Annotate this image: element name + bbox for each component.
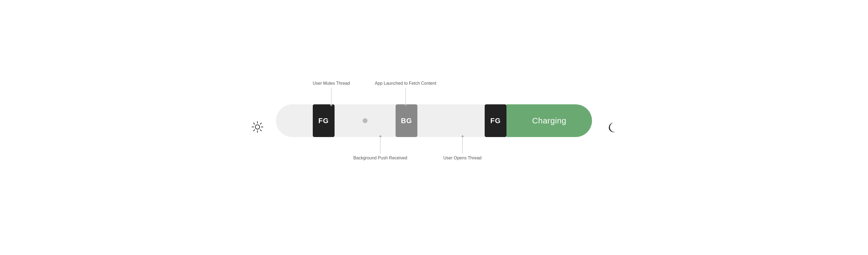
annotation-user-mutes: User Mutes Thread — [313, 81, 350, 104]
svg-line-7 — [260, 123, 261, 124]
svg-point-0 — [255, 125, 260, 129]
segment-bg: BG — [396, 104, 417, 137]
moon-icon — [606, 121, 617, 134]
diagram-container: FG BG FG Charging — [243, 66, 625, 189]
charging-label: Charging — [532, 116, 566, 125]
mid-dot — [363, 118, 368, 123]
annotation-user-opens: User Opens Thread — [443, 137, 482, 160]
svg-line-6 — [260, 130, 261, 131]
bg-label: BG — [401, 117, 412, 125]
segment-fg2: FG — [485, 104, 506, 137]
annotation-bg-push: Background Push Received — [353, 137, 407, 160]
segment-mid-space — [335, 118, 396, 123]
fg1-label: FG — [318, 117, 329, 125]
annotation-app-launched: App Launched to Fetch Content — [375, 81, 436, 104]
user-mutes-label: User Mutes Thread — [313, 81, 350, 86]
user-opens-label: User Opens Thread — [443, 156, 482, 160]
timeline-wrapper: FG BG FG Charging — [276, 104, 592, 137]
svg-line-5 — [254, 123, 255, 124]
app-launched-arrow — [405, 88, 406, 104]
sun-icon — [251, 121, 264, 134]
user-opens-arrow — [462, 137, 463, 153]
segment-charging: Charging — [506, 104, 592, 137]
user-mutes-arrow — [331, 88, 332, 104]
app-launched-label: App Launched to Fetch Content — [375, 81, 436, 86]
svg-line-8 — [254, 130, 255, 131]
segment-fg1: FG — [313, 104, 335, 137]
timeline-bar: FG BG FG Charging — [276, 104, 592, 137]
fg2-label: FG — [490, 117, 501, 125]
bg-push-label: Background Push Received — [353, 156, 407, 160]
bg-push-arrow — [380, 137, 381, 153]
